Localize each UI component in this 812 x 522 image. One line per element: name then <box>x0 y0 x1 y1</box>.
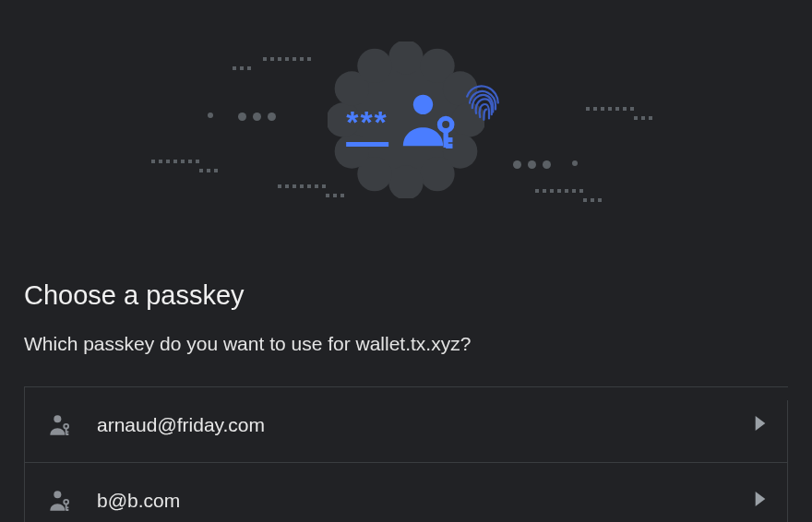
chevron-right-icon <box>755 492 766 510</box>
page-title: Choose a passkey <box>24 280 788 311</box>
person-key-icon <box>392 83 466 157</box>
passkey-list: arnaud@friday.com b@b.com <box>24 386 788 522</box>
svg-point-18 <box>64 499 68 504</box>
hero-illustration: *** <box>0 0 812 240</box>
passkey-label: b@b.com <box>97 490 755 512</box>
passkey-item[interactable]: b@b.com <box>25 462 788 522</box>
svg-point-6 <box>420 157 454 191</box>
svg-point-1 <box>388 42 423 75</box>
person-key-icon <box>42 410 78 440</box>
passkey-item[interactable]: arnaud@friday.com <box>25 386 788 462</box>
svg-point-7 <box>388 165 423 198</box>
svg-point-16 <box>64 423 68 428</box>
svg-point-13 <box>413 95 433 114</box>
svg-point-14 <box>439 118 451 130</box>
password-icon: *** <box>346 104 388 147</box>
svg-point-12 <box>357 49 391 83</box>
svg-point-15 <box>54 415 61 422</box>
person-key-icon <box>42 486 78 516</box>
page-subtitle: Which passkey do you want to use for wal… <box>24 333 788 355</box>
scrollbar-track[interactable] <box>787 400 791 522</box>
fingerprint-icon <box>457 78 508 134</box>
passkey-label: arnaud@friday.com <box>97 414 755 436</box>
svg-point-17 <box>54 491 61 498</box>
chevron-right-icon <box>755 416 766 434</box>
